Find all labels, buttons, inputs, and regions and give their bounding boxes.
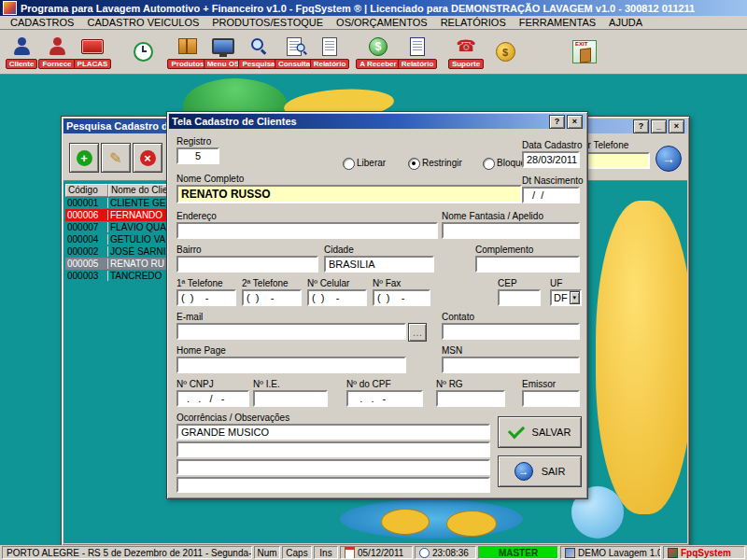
status-location-text: PORTO ALEGRE - RS 5 de Dezembro de 2011 … xyxy=(7,548,252,558)
contato-field[interactable] xyxy=(442,323,580,340)
msn-field[interactable] xyxy=(442,357,580,373)
edit-record-button[interactable]: ✎ xyxy=(101,143,131,173)
status-product-text: DEMO Lavagem 1.0 xyxy=(578,548,661,558)
cpf-label: Nº do CPF xyxy=(346,379,391,389)
toolbar-fornecedor-button[interactable]: Fornece xyxy=(39,35,75,69)
cidade-field[interactable]: BRASILIA xyxy=(324,256,434,273)
app-icon xyxy=(3,1,17,15)
clock-small-icon xyxy=(419,548,430,558)
tel1-label: 1ª Telefone xyxy=(176,278,223,288)
radio-liberar[interactable] xyxy=(343,158,355,170)
salvar-button[interactable]: SALVAR xyxy=(498,416,582,448)
menu-ajuda[interactable]: AJUDA xyxy=(602,17,649,28)
radio-restringir-label: Restringir xyxy=(422,158,462,168)
fax-field[interactable]: ( ) - xyxy=(373,289,430,306)
delete-record-button[interactable]: × xyxy=(133,143,162,173)
cep-field[interactable] xyxy=(498,289,541,306)
observacoes-line-2[interactable] xyxy=(176,441,490,457)
add-record-button[interactable]: + xyxy=(69,143,99,173)
phone-search-go-button[interactable]: → xyxy=(655,146,682,172)
contato-label: Contato xyxy=(442,312,474,322)
uf-value: DF xyxy=(552,291,570,304)
celular-field[interactable]: ( ) - xyxy=(307,289,367,306)
toolbar-cliente-button[interactable]: Cliente xyxy=(4,35,39,69)
search-window-minimize-button[interactable]: _ xyxy=(651,119,667,133)
menu-cadastro-veiculos[interactable]: CADASTRO VEICULOS xyxy=(80,17,205,28)
homepage-field[interactable] xyxy=(176,357,406,373)
toolbar-relatorio-button[interactable]: Relatório xyxy=(312,35,347,69)
observacoes-line-4[interactable] xyxy=(176,477,490,493)
search-document-icon xyxy=(297,43,308,54)
coin-icon: $ xyxy=(496,42,515,62)
menu-os-orcamentos[interactable]: OS/ORÇAMENTOS xyxy=(330,17,434,28)
search-window-help-button[interactable]: ? xyxy=(633,119,649,133)
license-plate-icon xyxy=(81,39,104,54)
status-location: PORTO ALEGRE - RS 5 de Dezembro de 2011 … xyxy=(2,546,252,559)
toolbar-menu-os-button[interactable]: Menu OS xyxy=(205,35,241,69)
data-cadastro-label: Data Cadastro xyxy=(522,140,582,150)
uf-dropdown[interactable]: DF ▼ xyxy=(550,289,582,306)
radio-restringir[interactable] xyxy=(408,158,420,170)
report-icon xyxy=(322,37,337,56)
status-ins: Ins xyxy=(314,546,338,559)
cpf-field[interactable]: . . - xyxy=(346,390,423,407)
uf-label: UF xyxy=(550,278,562,288)
client-form-window: Tela Cadastro de Clientes ? × Registro 5… xyxy=(166,111,588,499)
toolbar-consulta-button[interactable]: Consulta xyxy=(276,35,312,69)
email-field[interactable] xyxy=(176,323,406,340)
status-user-text: MASTER xyxy=(499,548,538,558)
toolbar-relatorio2-label: Relatório xyxy=(398,59,438,69)
status-brand: FpqSystem xyxy=(663,546,745,559)
toolbar-placas-button[interactable]: PLACAS xyxy=(75,35,110,69)
tel2-field[interactable]: ( ) - xyxy=(242,289,302,306)
emissor-field[interactable] xyxy=(522,390,580,407)
radio-liberar-label: Liberar xyxy=(357,158,386,168)
cnpj-label: Nº CNPJ xyxy=(176,379,214,389)
observacoes-line-3[interactable] xyxy=(176,459,490,475)
toolbar-suporte-button[interactable]: ☎ Suporte xyxy=(448,35,484,69)
toolbar-exit-button[interactable]: EXIT xyxy=(566,41,603,63)
ie-field[interactable] xyxy=(253,390,328,407)
client-form-help-button[interactable]: ? xyxy=(549,115,565,129)
toolbar-pesquisa-button[interactable]: Pesquisa xyxy=(241,35,276,69)
observacoes-line-1[interactable]: GRANDE MUSICO xyxy=(176,424,490,440)
main-toolbar: Cliente Fornece PLACAS Produtos Menu OS … xyxy=(0,30,747,75)
grid-header-codigo[interactable]: Código xyxy=(65,184,108,197)
ie-label: Nº I.E. xyxy=(253,379,280,389)
mascot-foot-left xyxy=(381,509,430,535)
search-window-close-button[interactable]: × xyxy=(669,119,684,133)
sair-button[interactable]: → SAIR xyxy=(498,455,582,487)
clock-icon xyxy=(134,42,153,62)
delete-icon: × xyxy=(140,150,156,166)
product-icon xyxy=(565,548,575,558)
toolbar-coin-button[interactable]: $ xyxy=(487,41,523,63)
status-product: DEMO Lavagem 1.0 xyxy=(560,546,661,559)
dt-nascimento-field[interactable]: / / xyxy=(522,187,580,203)
toolbar-produtos-button[interactable]: Produtos xyxy=(170,35,205,69)
toolbar-placas-label: PLACAS xyxy=(74,59,112,69)
registro-field[interactable]: 5 xyxy=(176,147,219,164)
toolbar-a-receber-button[interactable]: $ A Receber xyxy=(357,35,400,69)
data-cadastro-field[interactable]: 28/03/2011 xyxy=(522,151,580,168)
menu-ferramentas[interactable]: FERRAMENTAS xyxy=(513,17,602,28)
complemento-field[interactable] xyxy=(475,256,580,273)
toolbar-relatorio2-button[interactable]: Relatório xyxy=(400,35,435,69)
bairro-field[interactable] xyxy=(176,256,318,273)
phone-search-input[interactable] xyxy=(579,152,650,169)
calendar-icon xyxy=(345,547,355,559)
menu-relatorios[interactable]: RELATÓRIOS xyxy=(434,17,513,28)
endereco-field[interactable] xyxy=(176,222,438,239)
rg-field[interactable] xyxy=(436,390,505,407)
client-form-close-button[interactable]: × xyxy=(567,115,583,129)
cnpj-field[interactable]: . . / - xyxy=(176,390,249,407)
email-browse-button[interactable]: … xyxy=(408,323,427,342)
menu-produtos-estoque[interactable]: PRODUTOS/ESTOQUE xyxy=(205,17,330,28)
radio-bloquear[interactable] xyxy=(483,158,495,170)
menu-cadastros[interactable]: CADASTROS xyxy=(4,17,80,28)
uf-dropdown-arrow-icon[interactable]: ▼ xyxy=(570,291,580,304)
fantasia-field[interactable] xyxy=(442,222,580,239)
grid-cell-code: 000007 xyxy=(65,222,108,232)
tel1-field[interactable]: ( ) - xyxy=(176,289,236,306)
toolbar-clock-button[interactable] xyxy=(125,41,161,63)
nome-completo-field[interactable]: RENATO RUSSO xyxy=(176,185,522,203)
